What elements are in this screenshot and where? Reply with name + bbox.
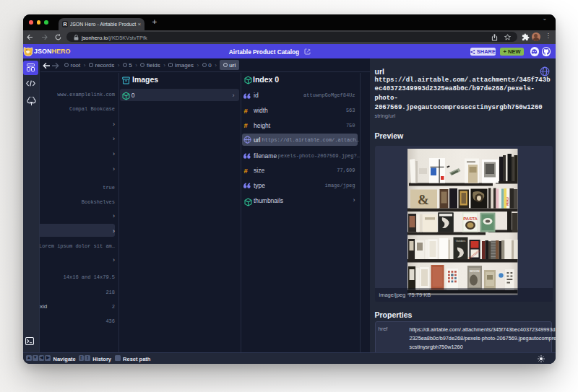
svg-text:Goldies: Goldies <box>456 239 466 243</box>
svg-text:&: & <box>418 192 429 207</box>
svg-text:MOON: MOON <box>470 269 479 273</box>
svg-text:PERU: PERU <box>506 197 509 206</box>
svg-text:PASTA: PASTA <box>463 217 478 221</box>
